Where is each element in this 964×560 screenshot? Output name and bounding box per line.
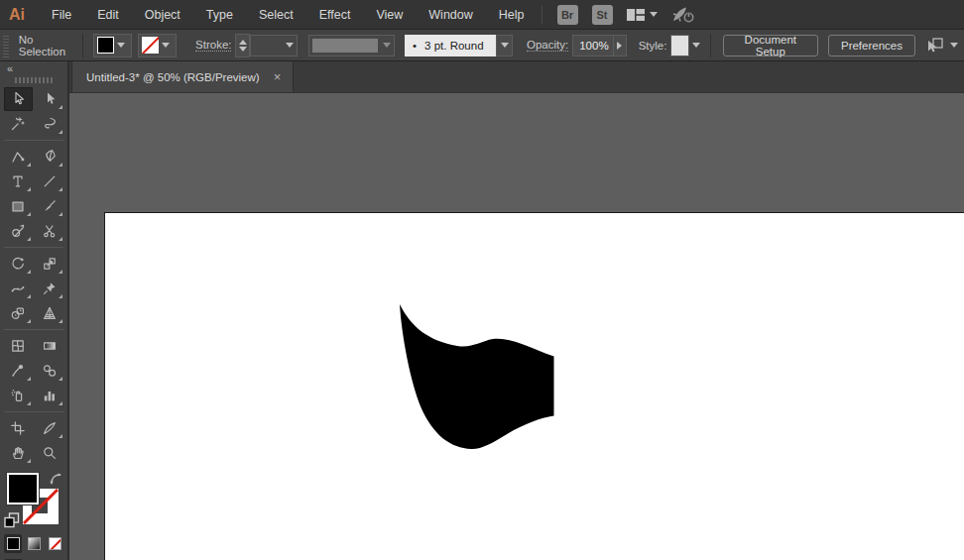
menu-view[interactable]: View xyxy=(363,0,416,30)
artwork-layer xyxy=(69,93,964,560)
color-mode-gradient-button[interactable] xyxy=(25,534,43,553)
menu-bar: Ai File Edit Object Type Select Effect V… xyxy=(0,0,964,30)
tools-panel: « xyxy=(0,61,69,560)
canvas-pasteboard[interactable] xyxy=(69,93,964,560)
chevron-down-icon xyxy=(650,12,658,17)
fill-proxy-swatch[interactable] xyxy=(7,473,39,504)
artwork-shape[interactable] xyxy=(400,304,554,449)
scale-tool[interactable] xyxy=(36,252,64,276)
shape-builder-tool[interactable] xyxy=(4,301,33,325)
type-T-icon xyxy=(10,173,26,189)
tool-group-separator xyxy=(4,247,63,248)
type-tool[interactable] xyxy=(4,169,33,193)
brush-definition-combo[interactable]: • 3 pt. Round xyxy=(405,35,513,56)
stock-button[interactable]: St xyxy=(592,5,613,25)
selection-arrow-icon xyxy=(10,91,26,107)
tab-close-button[interactable]: × xyxy=(274,70,282,83)
mesh-tool[interactable] xyxy=(4,334,33,358)
document-tab-title: Untitled-3* @ 50% (RGB/Preview) xyxy=(86,71,260,83)
scissors-tool[interactable] xyxy=(36,219,64,243)
document-tab[interactable]: Untitled-3* @ 50% (RGB/Preview) × xyxy=(71,61,294,92)
hand-icon xyxy=(10,445,26,461)
stroke-none-swatch xyxy=(142,37,159,54)
gpu-performance-button[interactable] xyxy=(669,5,695,25)
blend-tool[interactable] xyxy=(36,359,64,383)
eyedropper-icon xyxy=(10,363,26,379)
opacity-panel-link[interactable]: Opacity: xyxy=(527,39,568,52)
selection-tool[interactable] xyxy=(4,87,33,111)
document-setup-button[interactable]: Document Setup xyxy=(723,35,818,56)
uniform-width-profile-preview xyxy=(312,39,378,53)
menu-type[interactable]: Type xyxy=(193,0,246,30)
hand-tool[interactable] xyxy=(4,441,33,465)
zoom-tool[interactable] xyxy=(36,441,64,465)
tool-group-separator xyxy=(4,329,63,330)
gradient-tool[interactable] xyxy=(36,334,64,358)
default-fill-stroke-icon[interactable] xyxy=(4,512,20,528)
shaper-tool[interactable] xyxy=(4,219,33,243)
graphic-style-swatch[interactable] xyxy=(670,35,688,56)
bridge-button[interactable]: Br xyxy=(557,5,578,25)
stepper-down-icon xyxy=(239,47,247,52)
mesh-icon xyxy=(10,338,26,354)
pen-nib-icon xyxy=(42,149,58,165)
menu-separator xyxy=(542,6,542,24)
stroke-weight-stepper[interactable] xyxy=(235,34,249,57)
pushpin-icon xyxy=(42,280,58,296)
line-segment-tool[interactable] xyxy=(36,169,64,193)
menu-help[interactable]: Help xyxy=(486,0,538,30)
menu-effect[interactable]: Effect xyxy=(306,0,364,30)
pen-tool[interactable] xyxy=(36,145,64,168)
symbol-sprayer-icon xyxy=(10,388,26,403)
color-mode-none-button[interactable] xyxy=(47,534,64,553)
stroke-color-dropdown[interactable] xyxy=(138,34,177,57)
collapse-panel-button[interactable]: « xyxy=(0,61,67,74)
color-mode-fill-button[interactable] xyxy=(4,534,22,553)
paintbrush-tool[interactable] xyxy=(36,194,64,218)
menu-file[interactable]: File xyxy=(39,0,84,30)
document-tab-bar: Untitled-3* @ 50% (RGB/Preview) × xyxy=(69,61,964,93)
tools-panel-grip[interactable] xyxy=(15,77,53,83)
preferences-button[interactable]: Preferences xyxy=(828,35,915,56)
eyedropper-tool[interactable] xyxy=(4,359,33,383)
chevron-down-icon[interactable] xyxy=(692,43,700,48)
slice-tool[interactable] xyxy=(36,416,64,440)
shaper-icon xyxy=(10,223,26,239)
workspace-switcher[interactable] xyxy=(626,7,658,23)
menu-object[interactable]: Object xyxy=(132,0,193,30)
rotate-tool[interactable] xyxy=(4,252,33,276)
lasso-tool[interactable] xyxy=(36,112,64,136)
stroke-panel-link[interactable]: Stroke: xyxy=(195,39,231,52)
select-similar-options[interactable] xyxy=(924,37,958,55)
stroke-weight-combo[interactable] xyxy=(250,35,298,56)
perspective-grid-icon xyxy=(42,305,58,321)
swap-fill-stroke-icon[interactable] xyxy=(50,473,62,486)
control-bar-grip[interactable] xyxy=(3,34,9,57)
menu-select[interactable]: Select xyxy=(246,0,306,30)
curvature-tool[interactable] xyxy=(4,145,33,168)
opacity-input[interactable]: 100% xyxy=(572,35,614,56)
width-tool[interactable] xyxy=(4,277,33,300)
curvature-path-icon xyxy=(10,149,26,165)
line-segment-icon xyxy=(42,173,58,189)
rectangle-tool[interactable] xyxy=(4,194,33,218)
magic-wand-tool[interactable] xyxy=(4,112,33,136)
fill-color-dropdown[interactable] xyxy=(93,34,132,57)
menu-edit[interactable]: Edit xyxy=(84,0,132,30)
puppet-warp-tool[interactable] xyxy=(36,277,64,300)
opacity-slider-button[interactable] xyxy=(614,35,626,56)
paintbrush-icon xyxy=(42,198,58,214)
direct-selection-tool[interactable] xyxy=(36,87,64,111)
color-swatch-icon xyxy=(7,537,20,550)
tool-group-separator xyxy=(4,140,63,141)
fill-swatch xyxy=(97,37,114,54)
direct-selection-arrow-icon xyxy=(42,91,58,107)
perspective-grid-tool[interactable] xyxy=(36,301,64,325)
menu-window[interactable]: Window xyxy=(416,0,485,30)
symbol-sprayer-tool[interactable] xyxy=(4,384,33,407)
column-graph-tool[interactable] xyxy=(36,384,64,407)
chevron-down-icon xyxy=(117,43,125,48)
artboard-tool[interactable] xyxy=(4,416,33,440)
draw-mode-buttons xyxy=(0,553,67,560)
magnifier-icon xyxy=(42,445,58,461)
